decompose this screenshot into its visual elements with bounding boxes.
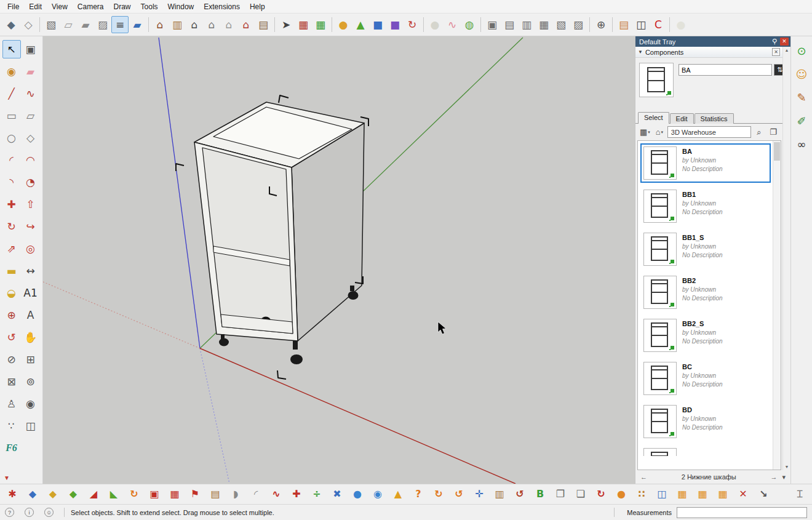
orbit-tool[interactable]: ↺ — [2, 328, 21, 346]
question-orange-icon[interactable]: ? — [411, 487, 426, 502]
move-blue-icon[interactable]: ✛ — [472, 487, 487, 502]
swirl-orange-icon[interactable]: ↻ — [127, 487, 141, 502]
pan-tool[interactable]: ✋ — [22, 328, 40, 346]
BA[interactable]: BA by Unknown No Description — [640, 143, 771, 183]
measurements-input[interactable] — [677, 507, 807, 518]
solid-union-icon[interactable]: ▥ — [518, 16, 535, 33]
components-list-scrollbar[interactable] — [773, 141, 781, 470]
table-green-icon[interactable]: ▦ — [312, 16, 329, 33]
polygon-tool[interactable]: ◇ — [22, 129, 40, 147]
menu-item[interactable]: Camera — [73, 1, 109, 12]
chaos-render-icon[interactable]: C — [650, 16, 667, 33]
solid-split-icon[interactable]: ▨ — [570, 16, 587, 33]
pin-icon[interactable]: ⚲ — [770, 38, 779, 46]
drop-star-icon[interactable]: ◉ — [370, 487, 385, 502]
in-model-button[interactable]: ❐ — [767, 126, 779, 138]
follow-me-tool[interactable]: ↪ — [22, 217, 40, 236]
menu-item[interactable]: Window — [163, 1, 199, 12]
next-collection-arrow[interactable]: → — [768, 473, 779, 481]
BC[interactable]: BC by Unknown No Description — [640, 359, 771, 398]
grid-orange3-icon[interactable]: ▦ — [715, 487, 730, 502]
house-export-icon[interactable]: ⌂ — [151, 16, 169, 33]
tape-measure-tool[interactable]: ▬ — [2, 262, 21, 280]
house-light-icon[interactable]: ⌂ — [220, 16, 237, 33]
divide-green-icon[interactable]: ÷ — [309, 487, 324, 502]
house-frame-icon[interactable]: ⌂ — [203, 16, 220, 33]
jack-icon[interactable]: ⌶ — [792, 487, 807, 502]
mesh-sphere-icon[interactable]: ◍ — [461, 16, 478, 33]
arc-arrow-orange-icon[interactable]: ↻ — [431, 487, 446, 502]
zoom-tool[interactable]: ⊘ — [2, 350, 21, 369]
zoom-extents-tool[interactable]: ⊠ — [2, 372, 21, 391]
warning-icon[interactable]: ▲ — [391, 487, 405, 502]
undo-red-icon[interactable]: ↺ — [512, 487, 527, 502]
house-panel-icon[interactable]: ⌂ — [237, 16, 255, 33]
menu-item[interactable]: View — [47, 1, 73, 12]
pyramid-green-icon[interactable]: ▲ — [352, 16, 369, 33]
clapperboard-icon[interactable]: ◫ — [632, 16, 650, 33]
paint-bucket-tool[interactable]: ◉ — [2, 62, 21, 81]
circle-tool[interactable]: ○ — [2, 129, 21, 147]
components-tab[interactable]: Statistics — [695, 113, 734, 124]
rotated-rectangle-tool[interactable]: ▱ — [22, 106, 40, 125]
menu-item[interactable]: Draw — [109, 1, 136, 12]
dresser-icon[interactable]: ▤ — [255, 16, 272, 33]
scale-tool[interactable]: ⇗ — [2, 239, 21, 258]
view-options-button[interactable]: ▦ ▾ — [639, 126, 651, 138]
wedge-gray-icon[interactable]: ◗ — [228, 487, 243, 502]
sphere-gold-icon[interactable]: ● — [335, 16, 352, 33]
copy-page-icon[interactable]: ❐ — [553, 487, 568, 502]
position-camera-tool[interactable]: ♙ — [2, 394, 21, 413]
x-pair-red-icon[interactable]: ✕ — [736, 487, 750, 502]
tray-scrollbar[interactable]: ▲ ▼ — [782, 47, 790, 470]
binoculars-icon[interactable]: ∞ — [793, 136, 810, 153]
section-plane-tool[interactable]: ◫ — [22, 417, 40, 435]
components-tab[interactable]: Edit — [670, 113, 694, 124]
curve-tool-icon[interactable]: ◜ — [249, 487, 263, 502]
diamond-blue-icon[interactable]: ◆ — [25, 487, 40, 502]
home-button[interactable]: ⌂ ▾ — [653, 126, 666, 138]
drop-icon[interactable]: ● — [350, 487, 365, 502]
crate-icon[interactable]: ▥ — [169, 16, 186, 33]
rotate-red-icon[interactable]: ↻ — [594, 487, 608, 502]
select-export-icon[interactable]: ➤ — [277, 16, 295, 33]
look-around-tool[interactable]: ◉ — [22, 394, 40, 413]
menu-item[interactable]: Help — [245, 1, 270, 12]
rectangle-tool[interactable]: ▭ — [2, 106, 21, 125]
solid-subtract-icon[interactable]: ▦ — [535, 16, 552, 33]
BB2_S[interactable]: BB2_S by Unknown No Description — [640, 316, 771, 355]
menu-item[interactable]: Extensions — [199, 1, 245, 12]
BB1_S[interactable]: BB1_S by Unknown No Description — [640, 230, 771, 269]
polyline-red-icon[interactable]: ∿ — [269, 487, 284, 502]
status-help-icon[interactable]: ? — [5, 508, 14, 517]
three-point-arc-tool[interactable]: ◝ — [2, 173, 21, 191]
square-red-icon[interactable]: ▣ — [147, 487, 162, 502]
solid-intersect-icon[interactable]: ▤ — [501, 16, 518, 33]
f6-script-tool[interactable]: F6 — [2, 439, 21, 457]
collection-dropdown[interactable]: 3D Warehouse — [667, 126, 751, 138]
paper-roll-icon[interactable]: ● — [672, 16, 690, 33]
move-tool[interactable]: ✚ — [2, 195, 21, 214]
box-edit-icon[interactable]: ▧ — [42, 16, 60, 33]
make-component-tool[interactable]: ▣ — [22, 40, 40, 58]
roof-red-icon[interactable]: ◢ — [86, 487, 101, 502]
pie-tool[interactable]: ◔ — [22, 173, 40, 191]
layers-icon[interactable]: ≡ — [111, 16, 129, 33]
move-corner-icon[interactable]: ↘ — [756, 487, 771, 502]
crate-brown-icon[interactable]: ▤ — [208, 487, 223, 502]
arc-tool[interactable]: ◜ — [2, 151, 21, 169]
rock-icon[interactable]: ● — [426, 16, 444, 33]
menu-item[interactable]: Tools — [136, 1, 163, 12]
two-point-arc-tool[interactable]: ◠ — [22, 151, 40, 169]
tray-close-button[interactable]: ✕ — [780, 38, 789, 46]
offset-tool[interactable]: ◎ — [22, 239, 40, 258]
text-tool[interactable]: A1 — [22, 284, 40, 302]
arc-arrow-orange2-icon[interactable]: ↺ — [452, 487, 466, 502]
components-section-header[interactable]: ▼ Components ✕ — [635, 47, 782, 58]
shaded-style-icon[interactable]: ◆ — [2, 16, 20, 33]
flag-red-icon[interactable]: ⚑ — [188, 487, 202, 502]
diamond-green-icon[interactable]: ◆ — [66, 487, 81, 502]
menu-item[interactable]: Edit — [24, 1, 47, 12]
solid-trim-icon[interactable]: ▧ — [552, 16, 570, 33]
page-arrow-icon[interactable]: ❏ — [573, 487, 588, 502]
